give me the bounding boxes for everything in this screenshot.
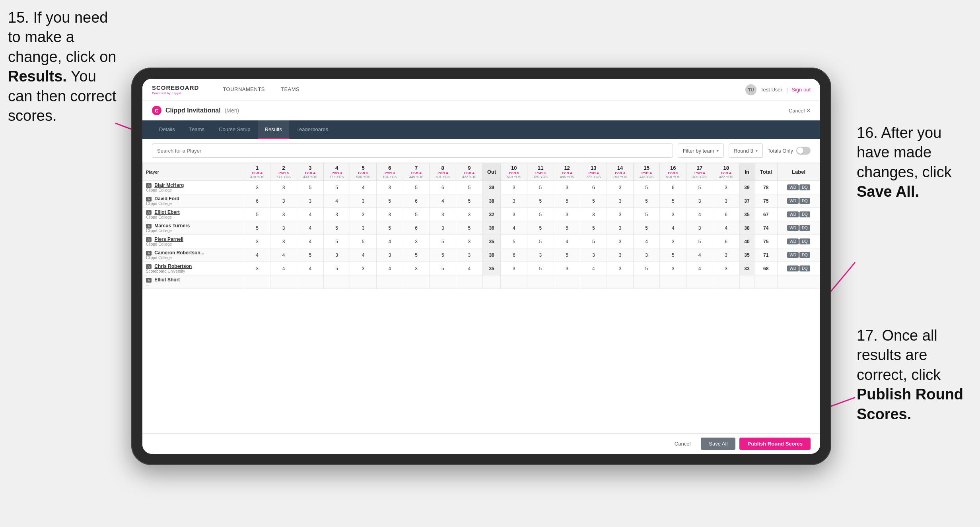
score-hole-1[interactable]: 6 [244,194,270,208]
score-hole-6[interactable]: 3 [377,248,403,262]
score-hole-14[interactable]: 3 [607,194,634,208]
filter-team-dropdown[interactable]: Filter by team ▾ [678,143,724,158]
score-hole-15[interactable]: 4 [633,235,660,248]
cancel-button[interactable]: Cancel [668,438,697,450]
score-hole-6[interactable]: 4 [377,262,403,275]
score-hole-8[interactable]: 3 [430,221,456,235]
score-hole-13[interactable]: 3 [580,248,607,262]
wd-button[interactable]: WD [787,238,799,244]
player-name-link[interactable]: Elliot Short [154,277,180,283]
score-hole-12[interactable]: 3 [554,208,580,221]
score-hole-18[interactable]: 6 [713,235,739,248]
score-hole-14[interactable]: 3 [607,221,634,235]
player-name-link[interactable]: Cameron Robertson... [154,250,204,256]
totals-toggle[interactable]: Totals Only [768,147,811,155]
score-hole-7[interactable]: 6 [403,194,430,208]
score-hole-13[interactable]: 3 [580,208,607,221]
cancel-tournament-btn[interactable]: Cancel ✕ [789,108,811,114]
score-hole-2[interactable]: 3 [270,221,297,235]
score-hole-13[interactable]: 6 [580,181,607,194]
score-hole-14[interactable]: 3 [607,248,634,262]
score-hole-17[interactable]: 4 [686,248,713,262]
player-name-link[interactable]: Chris Robertson [154,264,192,269]
score-hole-16[interactable]: 6 [660,181,686,194]
score-hole-15[interactable]: 5 [633,208,660,221]
score-hole-16[interactable]: 5 [660,194,686,208]
score-hole-12[interactable]: 5 [554,194,580,208]
score-hole-4[interactable]: 3 [323,248,350,262]
score-hole-7[interactable]: 6 [403,221,430,235]
score-hole-8[interactable]: 6 [430,181,456,194]
score-hole-13[interactable]: 5 [580,235,607,248]
dq-button[interactable]: DQ [799,238,810,244]
score-hole-13[interactable]: 5 [580,194,607,208]
score-hole-11[interactable]: 5 [527,262,554,275]
tab-teams[interactable]: Teams [182,120,212,139]
score-hole-6[interactable]: 3 [377,208,403,221]
score-hole-6[interactable]: 5 [377,194,403,208]
score-hole-13[interactable]: 4 [580,262,607,275]
score-hole-1[interactable]: 5 [244,221,270,235]
score-hole-7[interactable]: 5 [403,248,430,262]
score-hole-2[interactable]: 4 [270,262,297,275]
dq-button[interactable]: DQ [799,211,810,217]
score-hole-3[interactable]: 4 [297,262,324,275]
score-hole-11[interactable]: 5 [527,181,554,194]
wd-button[interactable]: WD [787,265,799,271]
score-hole-2[interactable]: 3 [270,181,297,194]
nav-teams[interactable]: TEAMS [273,79,307,101]
score-hole-10[interactable]: 3 [501,194,527,208]
score-hole-9[interactable]: 3 [456,208,483,221]
score-hole-18[interactable]: 4 [713,221,739,235]
score-hole-8[interactable]: 5 [430,235,456,248]
score-hole-5[interactable]: 3 [350,194,377,208]
score-hole-17[interactable]: 3 [686,221,713,235]
score-hole-14[interactable]: 3 [607,208,634,221]
publish-button[interactable]: Publish Round Scores [739,438,811,450]
score-hole-10[interactable]: 3 [501,208,527,221]
score-hole-11[interactable]: 3 [527,248,554,262]
score-hole-4[interactable]: 5 [323,221,350,235]
score-hole-3[interactable]: 4 [297,235,324,248]
score-hole-1[interactable]: 5 [244,208,270,221]
score-hole-12[interactable]: 3 [554,181,580,194]
dq-button[interactable]: DQ [799,265,810,271]
score-hole-1[interactable]: 3 [244,181,270,194]
wd-button[interactable]: WD [787,225,799,231]
score-hole-7[interactable]: 5 [403,181,430,194]
score-hole-4[interactable]: 5 [323,262,350,275]
score-hole-17[interactable]: 4 [686,208,713,221]
score-hole-8[interactable]: 5 [430,248,456,262]
nav-tournaments[interactable]: TOURNAMENTS [215,79,273,101]
score-hole-9[interactable]: 5 [456,194,483,208]
score-hole-18[interactable]: 3 [713,262,739,275]
score-hole-6[interactable]: 5 [377,221,403,235]
tab-results[interactable]: Results [258,120,289,139]
score-hole-12[interactable]: 5 [554,221,580,235]
player-name-link[interactable]: Blair McHarg [154,182,184,188]
score-hole-16[interactable]: 5 [660,248,686,262]
score-hole-10[interactable]: 4 [501,221,527,235]
score-hole-5[interactable]: 3 [350,208,377,221]
sign-out-link[interactable]: Sign out [791,87,811,93]
score-hole-4[interactable]: 5 [323,235,350,248]
score-hole-17[interactable]: 3 [686,194,713,208]
score-hole-5[interactable]: 4 [350,248,377,262]
score-hole-10[interactable]: 3 [501,262,527,275]
score-hole-15[interactable]: 5 [633,194,660,208]
score-hole-16[interactable]: 3 [660,235,686,248]
score-hole-3[interactable]: 5 [297,248,324,262]
score-hole-4[interactable]: 4 [323,194,350,208]
score-hole-15[interactable]: 5 [633,221,660,235]
score-hole-6[interactable]: 4 [377,235,403,248]
score-hole-18[interactable]: 3 [713,248,739,262]
score-hole-18[interactable]: 3 [713,181,739,194]
score-hole-7[interactable]: 5 [403,208,430,221]
score-hole-2[interactable]: 3 [270,235,297,248]
score-hole-17[interactable]: 4 [686,262,713,275]
score-hole-2[interactable]: 3 [270,194,297,208]
tab-leaderboards[interactable]: Leaderboards [289,120,335,139]
score-hole-14[interactable]: 3 [607,181,634,194]
tab-details[interactable]: Details [152,120,182,139]
score-hole-3[interactable]: 4 [297,221,324,235]
